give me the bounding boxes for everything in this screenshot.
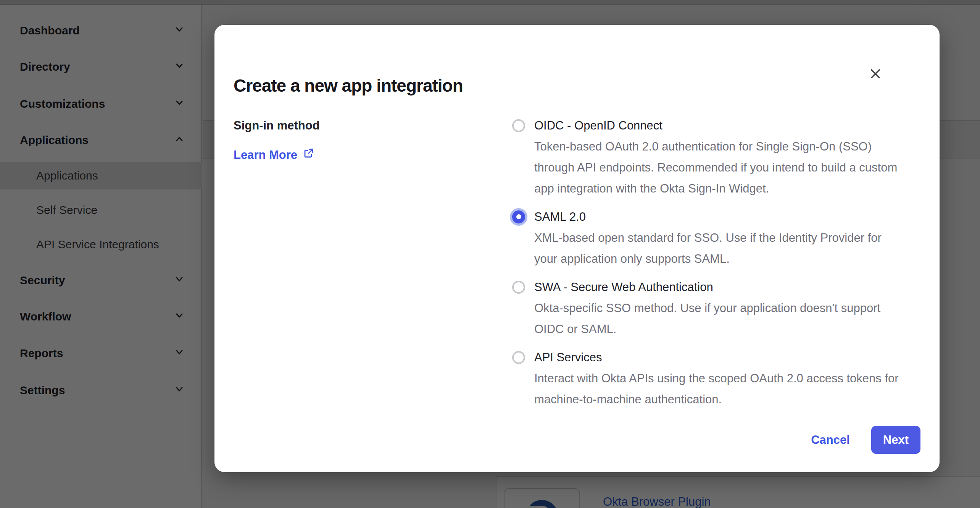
signin-method-label: Sign-in method [234, 115, 512, 136]
option-swa-label[interactable]: SWA - Secure Web Authentication [534, 277, 713, 298]
option-saml: SAML 2.0 XML-based open standard for SSO… [512, 206, 920, 269]
option-oidc: OIDC - OpenID Connect Token-based OAuth … [512, 115, 920, 199]
option-saml-description: XML-based open standard for SSO. Use if … [534, 227, 920, 269]
option-api-services-label[interactable]: API Services [534, 347, 602, 368]
option-oidc-description: Token-based OAuth 2.0 authentication for… [534, 136, 920, 199]
option-api-services-description: Interact with Okta APIs using the scoped… [534, 368, 920, 410]
create-app-integration-dialog: Create a new app integration Sign-in met… [214, 25, 940, 472]
dialog-footer: Cancel Next [811, 426, 920, 454]
cancel-button[interactable]: Cancel [811, 433, 850, 447]
option-swa: SWA - Secure Web Authentication Okta-spe… [512, 277, 920, 340]
radio-api-services[interactable] [512, 351, 525, 364]
close-icon[interactable] [865, 63, 886, 84]
option-oidc-label[interactable]: OIDC - OpenID Connect [534, 115, 662, 136]
next-button[interactable]: Next [871, 426, 920, 454]
learn-more-link[interactable]: Learn More [234, 147, 314, 162]
option-api-services: API Services Interact with Okta APIs usi… [512, 347, 920, 410]
dialog-title: Create a new app integration [234, 75, 463, 96]
radio-swa[interactable] [512, 281, 525, 294]
radio-oidc[interactable] [512, 119, 525, 132]
external-link-icon [303, 147, 314, 162]
signin-method-options: OIDC - OpenID Connect Token-based OAuth … [512, 115, 920, 417]
okta-admin-screen: Dashboard Directory Customizations Appli… [0, 0, 980, 508]
option-swa-description: Okta-specific SSO method. Use if your ap… [534, 298, 920, 340]
option-saml-label[interactable]: SAML 2.0 [534, 206, 586, 227]
radio-saml-selected[interactable] [510, 208, 527, 226]
